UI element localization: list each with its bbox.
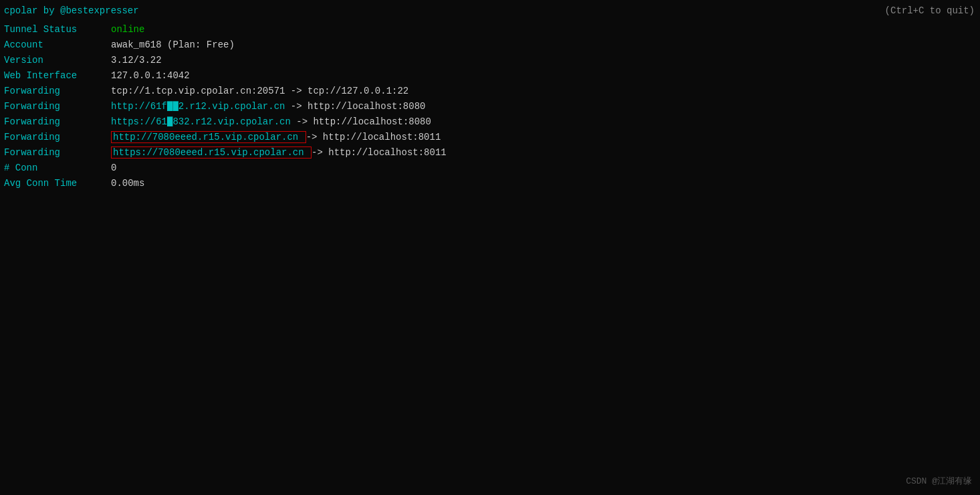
info-row: Forwardinghttp://61f██2.r12.vip.cpolar.c… [4,100,976,114]
info-row: Forwardingtcp://1.tcp.vip.cpolar.cn:2057… [4,84,976,98]
row-value: online [111,23,144,37]
row-value: awak_m618 (Plan: Free) [111,38,235,52]
app-name: cpolar [4,5,37,16]
row-value: 127.0.0.1:4042 [111,69,190,83]
row-label: Forwarding [4,115,111,129]
info-row: Web Interface127.0.0.1:4042 [4,69,976,83]
info-row: Tunnel Statusonline [4,23,976,37]
info-rows: Tunnel StatusonlineAccountawak_m618 (Pla… [4,23,976,191]
row-label: Tunnel Status [4,23,111,37]
row-value: tcp://1.tcp.vip.cpolar.cn:20571 -> tcp:/… [111,84,408,98]
info-row: Forwardinghttps://61█832.r12.vip.cpolar.… [4,115,976,129]
title-bar: cpolar by @bestexpresser (Ctrl+C to quit… [4,5,976,16]
info-row: Forwardinghttp://7080eeed.r15.vip.cpolar… [4,130,976,144]
info-row: Avg Conn Time0.00ms [4,177,976,191]
info-row: # Conn0 [4,161,976,175]
terminal: cpolar by @bestexpresser (Ctrl+C to quit… [0,0,980,495]
author: @bestexpresser [60,5,139,16]
row-label: Forwarding [4,100,111,114]
row-value: http://61f██2.r12.vip.cpolar.cn -> http:… [111,100,425,114]
row-label: Version [4,54,111,68]
row-value: http://7080eeed.r15.vip.cpolar.cn -> htt… [111,130,441,144]
row-label: Avg Conn Time [4,177,111,191]
row-label: Forwarding [4,130,111,144]
info-row: Accountawak_m618 (Plan: Free) [4,38,976,52]
row-value: 0 [111,161,116,175]
row-label: Web Interface [4,69,111,83]
row-value: https://7080eeed.r15.vip.cpolar.cn -> ht… [111,146,447,160]
row-label: Forwarding [4,146,111,160]
row-value: 0.00ms [111,177,144,191]
row-value: https://61█832.r12.vip.cpolar.cn -> http… [111,115,431,129]
row-value: 3.12/3.22 [111,54,162,68]
watermark: CSDN @江湖有缘 [906,475,972,487]
quit-hint: (Ctrl+C to quit) [885,5,975,16]
row-label: Account [4,38,111,52]
info-row: Version3.12/3.22 [4,54,976,68]
by-text: by [37,5,60,16]
title-left: cpolar by @bestexpresser [4,5,139,16]
row-label: # Conn [4,161,111,175]
row-label: Forwarding [4,84,111,98]
info-row: Forwardinghttps://7080eeed.r15.vip.cpola… [4,146,976,160]
